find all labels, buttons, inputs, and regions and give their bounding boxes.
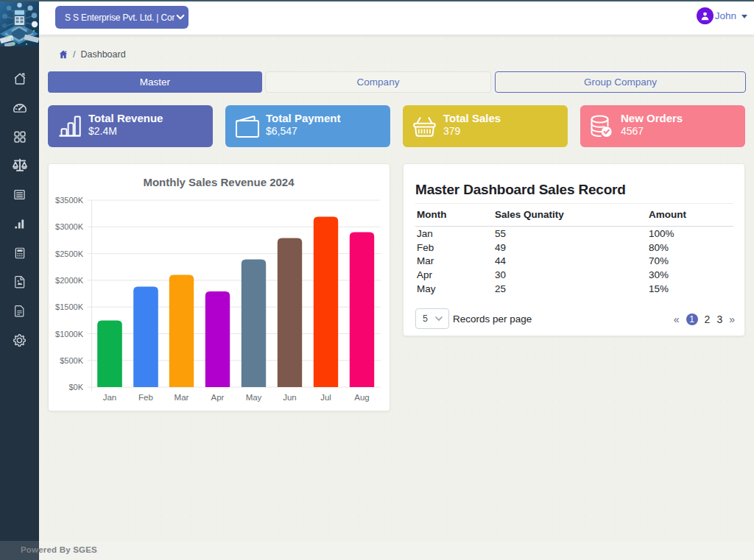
svg-text:Aug: Aug [354,393,369,402]
svg-text:Jul: Jul [320,393,331,402]
svg-text:$2000K: $2000K [55,276,84,285]
svg-text:Mar: Mar [175,393,189,402]
svg-text:May: May [246,393,262,402]
svg-text:$2500K: $2500K [55,249,84,258]
svg-text:Jun: Jun [283,393,297,402]
svg-text:$3000K: $3000K [55,222,84,231]
svg-text:$500K: $500K [60,356,83,365]
svg-text:$1500K: $1500K [55,302,84,311]
svg-text:Monthly Sales Revenue 2024: Monthly Sales Revenue 2024 [143,176,295,188]
svg-text:$1000K: $1000K [55,330,84,339]
svg-text:Jan: Jan [103,393,117,402]
svg-text:Apr: Apr [211,393,225,402]
svg-text:Feb: Feb [138,393,153,402]
svg-text:$3500K: $3500K [55,196,84,205]
svg-text:$0K: $0K [68,383,83,391]
